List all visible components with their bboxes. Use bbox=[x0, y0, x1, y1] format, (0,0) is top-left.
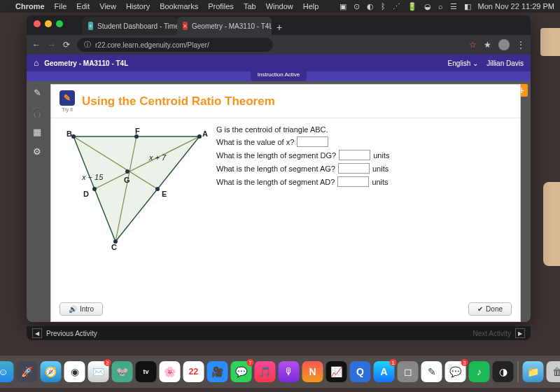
prev-activity-arrow[interactable]: ◀ bbox=[32, 328, 42, 338]
calculator-tool-icon[interactable]: ▦ bbox=[30, 125, 44, 139]
background-window-peek-2 bbox=[543, 182, 560, 266]
slide-title: Using the Centroid Ratio Theorem bbox=[82, 94, 275, 108]
menu-history[interactable]: History bbox=[126, 2, 150, 10]
status-battery-icon[interactable]: 🔋 bbox=[407, 2, 417, 11]
fullscreen-window-button[interactable] bbox=[56, 20, 63, 27]
status-user-icon[interactable]: ◧ bbox=[464, 2, 471, 11]
dock-time4learning[interactable]: 🐭 bbox=[112, 361, 133, 382]
dock-roblox[interactable]: ◻ bbox=[398, 361, 419, 382]
slide-body: B F A D E G C x − 15 x + 7 G is the cent… bbox=[51, 118, 520, 260]
dock-separator bbox=[518, 361, 519, 382]
pencil-tool-icon[interactable]: ✎ bbox=[30, 85, 44, 99]
dock-downloads[interactable]: 📁 bbox=[523, 361, 544, 382]
triangle-figure: B F A D E G C x − 15 x + 7 bbox=[59, 122, 214, 255]
headphones-tool-icon[interactable]: 🎧 bbox=[30, 105, 44, 119]
intro-button[interactable]: 🔊 Intro bbox=[59, 302, 103, 316]
tab-strip: ✦ Student Dashboard - Time4Le × ✕ Geomet… bbox=[27, 15, 531, 35]
status-airdrop-icon[interactable]: ⋰ bbox=[393, 2, 400, 11]
dock-stocks[interactable]: 📈 bbox=[326, 361, 347, 382]
status-bluetooth-icon[interactable]: ᛒ bbox=[381, 2, 386, 10]
edge-label-1: x − 15 bbox=[82, 173, 103, 181]
question-dg: What is the length of segment DG? units bbox=[216, 150, 512, 160]
status-zoom-icon[interactable]: ▣ bbox=[340, 2, 346, 11]
tab-student-dashboard[interactable]: ✦ Student Dashboard - Time4Le × bbox=[83, 17, 177, 35]
bookmark-icon[interactable]: ☆ bbox=[469, 40, 477, 50]
user-name[interactable]: Jillian Davis bbox=[486, 59, 524, 67]
done-button[interactable]: ✔ Done bbox=[468, 302, 512, 316]
prev-activity-label[interactable]: Previous Activity bbox=[46, 330, 97, 337]
tab-geometry[interactable]: ✕ Geometry - MA3110 - T4L - Ed × bbox=[177, 17, 272, 35]
forward-button[interactable]: → bbox=[48, 40, 56, 50]
lesson-slide: ✎ Try It Using the Centroid Ratio Theore… bbox=[50, 84, 521, 322]
language-selector[interactable]: English ⌄ bbox=[448, 59, 479, 67]
menu-view[interactable]: View bbox=[99, 2, 116, 10]
tab-label: Geometry - MA3110 - T4L - Ed bbox=[192, 22, 272, 30]
dock-news[interactable]: N bbox=[302, 361, 323, 382]
menu-bookmarks[interactable]: Bookmarks bbox=[160, 2, 198, 10]
input-x[interactable] bbox=[297, 136, 328, 147]
site-info-icon[interactable]: ⓘ bbox=[84, 40, 91, 50]
next-activity-arrow[interactable]: ▶ bbox=[515, 328, 525, 338]
dock-mail[interactable]: ✉️2 bbox=[88, 361, 109, 382]
dock-trash[interactable]: 🗑 bbox=[547, 361, 561, 382]
svg-point-10 bbox=[125, 169, 130, 174]
dock-obs[interactable]: ◑ bbox=[493, 361, 514, 382]
dock-textedit[interactable]: ✎ bbox=[421, 361, 442, 382]
dock-launchpad[interactable]: 🚀 bbox=[17, 361, 38, 382]
dock-photos[interactable]: 🌸 bbox=[160, 361, 181, 382]
menu-profiles[interactable]: Profiles bbox=[208, 2, 234, 10]
new-tab-button[interactable]: + bbox=[272, 20, 287, 35]
dock-messenger[interactable]: 💬3 bbox=[445, 361, 466, 382]
vertex-c: C bbox=[111, 243, 117, 251]
dock-spotify[interactable]: ♪ bbox=[469, 361, 490, 382]
tab-label: Student Dashboard - Time4Le bbox=[97, 22, 177, 30]
dock-music[interactable]: 🎵 bbox=[255, 361, 276, 382]
status-sync-icon[interactable]: ⊙ bbox=[354, 2, 360, 11]
tool-column: ✎ 🎧 ▦ ⚙ bbox=[27, 81, 48, 322]
menu-window[interactable]: Window bbox=[266, 2, 293, 10]
status-search-icon[interactable]: ⌕ bbox=[438, 2, 443, 10]
question-ag: What is the length of segment AG? units bbox=[216, 163, 512, 174]
breadcrumb-pill: Instruction Active bbox=[251, 71, 307, 81]
dock-podcasts[interactable]: 🎙 bbox=[279, 361, 300, 382]
close-window-button[interactable] bbox=[34, 20, 41, 27]
slide-footer: 🔊 Intro ✔ Done bbox=[59, 302, 512, 316]
question-x: What is the value of x? bbox=[216, 136, 512, 147]
address-bar[interactable]: ⓘ r22.core.learn.edgenuity.com/Player/ bbox=[77, 38, 273, 52]
dock-appstore[interactable]: A1 bbox=[374, 361, 395, 382]
slide-header: ✎ Try It Using the Centroid Ratio Theore… bbox=[51, 85, 520, 118]
menu-edit[interactable]: Edit bbox=[76, 2, 90, 10]
back-button[interactable]: ← bbox=[32, 40, 41, 50]
dock-zoom[interactable]: 🎥 bbox=[207, 361, 228, 382]
input-ag[interactable] bbox=[338, 163, 370, 174]
dock-messages[interactable]: 💬7 bbox=[231, 361, 252, 382]
url-text: r22.core.learn.edgenuity.com/Player/ bbox=[95, 41, 209, 49]
dock-safari[interactable]: 🧭 bbox=[41, 361, 62, 382]
menu-file[interactable]: File bbox=[55, 2, 67, 10]
dock-quicktime[interactable]: Q bbox=[350, 361, 371, 382]
star-icon[interactable]: ★ bbox=[484, 40, 491, 50]
minimize-window-button[interactable] bbox=[45, 20, 52, 27]
dock-finder[interactable]: ☺ bbox=[0, 361, 14, 382]
macos-dock: ☺ 🚀 🧭 ◉ ✉️2 🐭 tv 🌸 22 🎥 💬7 🎵 🎙 N 📈 Q A1 … bbox=[0, 356, 560, 388]
input-dg[interactable] bbox=[339, 150, 370, 160]
input-ad[interactable] bbox=[337, 176, 369, 187]
reload-button[interactable]: ⟳ bbox=[63, 40, 70, 50]
menu-tab[interactable]: Tab bbox=[244, 2, 256, 10]
menubar-app[interactable]: Chrome bbox=[15, 2, 45, 10]
home-icon[interactable]: ⌂ bbox=[34, 58, 38, 68]
dock-appletv[interactable]: tv bbox=[136, 361, 157, 382]
profile-avatar[interactable] bbox=[498, 39, 510, 50]
menu-icon[interactable]: ⋮ bbox=[517, 40, 525, 50]
dock-calendar[interactable]: 22 bbox=[183, 361, 204, 382]
try-it-label: Try It bbox=[59, 107, 75, 112]
vertex-d: D bbox=[83, 190, 89, 198]
status-wifi-icon[interactable]: ◒ bbox=[424, 2, 431, 11]
dock-chrome[interactable]: ◉ bbox=[64, 361, 85, 382]
menu-help[interactable]: Help bbox=[303, 2, 319, 10]
status-display-icon[interactable]: ◐ bbox=[367, 2, 374, 11]
settings-tool-icon[interactable]: ⚙ bbox=[30, 144, 44, 158]
menubar-clock[interactable]: Mon Nov 22 11:29 PM bbox=[478, 2, 554, 10]
status-control-icon[interactable]: ☰ bbox=[450, 2, 457, 11]
course-title: Geometry - MA3110 - T4L bbox=[44, 59, 128, 67]
